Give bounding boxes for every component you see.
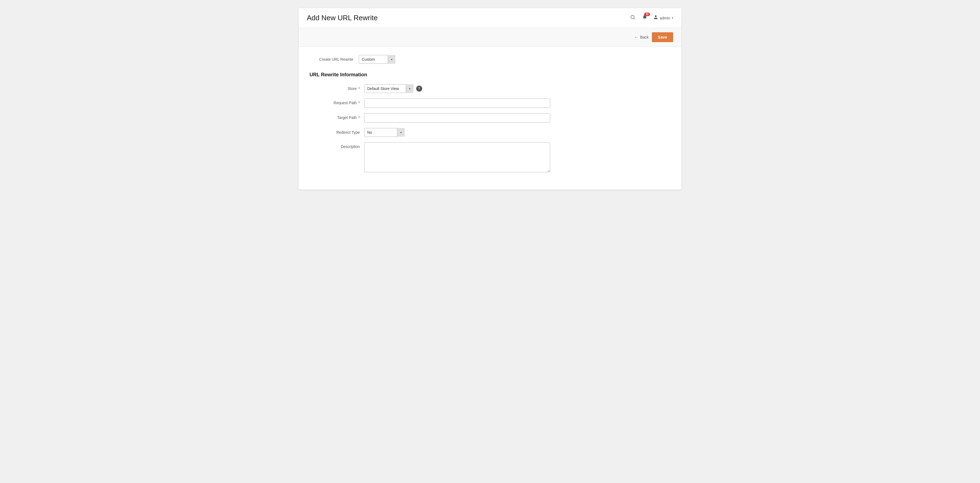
- create-rewrite-select[interactable]: Custom For product For category For CMS …: [359, 55, 395, 64]
- request-path-row: Request Path *: [310, 99, 670, 108]
- notification-button[interactable]: 39: [641, 14, 648, 22]
- user-menu-button[interactable]: admin ▾: [653, 15, 673, 21]
- content-area: Create URL Rewrite Custom For product Fo…: [299, 47, 681, 190]
- store-select-wrapper: Default Store View: [364, 84, 414, 93]
- description-row: Description: [310, 142, 670, 173]
- store-label: Store *: [310, 84, 364, 91]
- store-row: Store * Default Store View ?: [310, 84, 670, 93]
- back-button[interactable]: ← Back: [634, 35, 649, 40]
- user-name: admin: [660, 16, 670, 20]
- notification-badge: 39: [644, 13, 650, 16]
- back-label: Back: [640, 35, 649, 39]
- target-path-control: [364, 113, 550, 123]
- user-chevron-icon: ▾: [672, 16, 673, 19]
- create-rewrite-row: Create URL Rewrite Custom For product Fo…: [310, 55, 670, 64]
- description-textarea[interactable]: [364, 142, 550, 172]
- page-title: Add New URL Rewrite: [307, 14, 378, 22]
- redirect-type-select-wrapper: No Temporary (302) Permanent (301): [364, 128, 405, 137]
- target-path-row: Target Path *: [310, 113, 670, 123]
- form-section: Store * Default Store View ?: [310, 84, 670, 173]
- target-path-input[interactable]: [364, 113, 550, 123]
- action-bar: ← Back Save: [299, 28, 681, 47]
- create-rewrite-label: Create URL Rewrite: [310, 57, 353, 62]
- section-heading: URL Rewrite Information: [310, 72, 670, 78]
- search-button[interactable]: [629, 14, 636, 22]
- store-required-star: *: [358, 86, 360, 91]
- svg-line-1: [633, 18, 635, 19]
- user-icon: [653, 15, 658, 21]
- redirect-type-control: No Temporary (302) Permanent (301): [364, 128, 550, 137]
- redirect-type-row: Redirect Type No Temporary (302) Permane…: [310, 128, 670, 137]
- redirect-type-select[interactable]: No Temporary (302) Permanent (301): [364, 128, 405, 137]
- target-path-label: Target Path *: [310, 113, 364, 120]
- redirect-type-label: Redirect Type: [310, 128, 364, 135]
- store-control: Default Store View ?: [364, 84, 550, 93]
- description-label: Description: [310, 142, 364, 149]
- svg-point-2: [655, 15, 657, 17]
- create-rewrite-select-wrapper: Custom For product For category For CMS …: [359, 55, 395, 64]
- save-button[interactable]: Save: [652, 32, 673, 42]
- description-control: [364, 142, 550, 173]
- request-path-required-star: *: [358, 100, 360, 105]
- request-path-control: [364, 99, 550, 108]
- store-help-icon[interactable]: ?: [416, 86, 422, 92]
- store-select[interactable]: Default Store View: [364, 84, 414, 93]
- back-arrow-icon: ←: [634, 35, 638, 40]
- request-path-input[interactable]: [364, 99, 550, 108]
- main-card: Add New URL Rewrite 39: [299, 8, 681, 190]
- search-icon: [630, 15, 635, 21]
- page-header: Add New URL Rewrite 39: [299, 8, 681, 28]
- request-path-label: Request Path *: [310, 99, 364, 105]
- header-actions: 39 admin ▾: [629, 14, 673, 22]
- target-path-required-star: *: [358, 115, 360, 120]
